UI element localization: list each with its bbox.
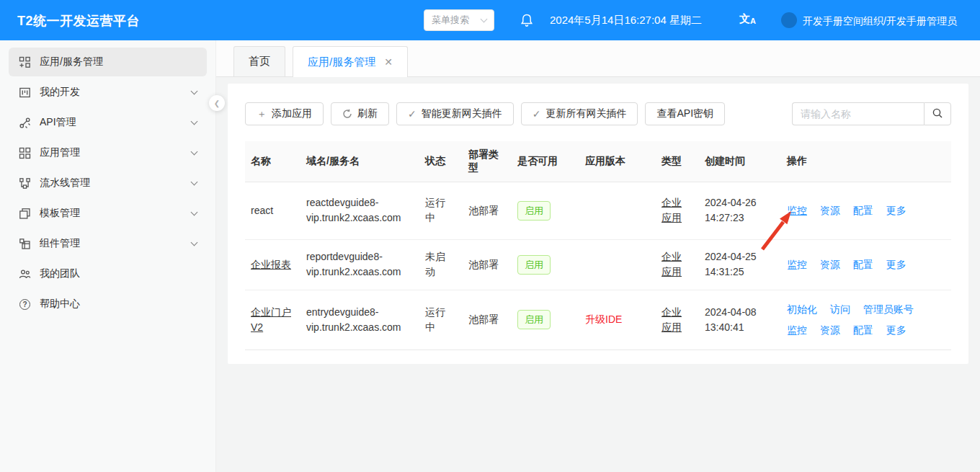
action-admin-account-link[interactable]: 管理员账号 xyxy=(863,302,914,317)
cell-available: 启用 xyxy=(512,290,579,349)
button-label: 刷新 xyxy=(357,107,378,120)
action-resource-link[interactable]: 资源 xyxy=(820,323,840,338)
sidebar-item-label: 我的开发 xyxy=(40,86,80,99)
sidebar: 应用/服务管理 我的开发 API管理 xyxy=(0,40,216,472)
chevron-down-icon xyxy=(191,239,198,246)
appstore-add-icon xyxy=(19,56,31,68)
action-monitor-link[interactable]: 监控 xyxy=(787,323,807,338)
add-app-button[interactable]: ＋ 添加应用 xyxy=(245,102,324,125)
cell-deploy-type: 池部署 xyxy=(463,290,512,349)
translate-icon[interactable]: 文A xyxy=(739,12,756,26)
chevron-down-icon xyxy=(191,88,198,95)
appstore-icon xyxy=(19,147,31,159)
cell-name: react xyxy=(245,182,300,239)
chevron-down-icon xyxy=(191,148,198,156)
search-icon xyxy=(932,107,943,121)
cell-domain: reportdevguide8-vip.trunk2.xcaas.com xyxy=(300,239,419,290)
sidebar-item-label: 帮助中心 xyxy=(40,298,80,311)
user-name[interactable]: 开发手册空间组织/开发手册管理员 xyxy=(803,15,957,28)
update-all-gateway-plugins-button[interactable]: ✓ 更新所有网关插件 xyxy=(521,102,638,125)
sidebar-item-app-service-mgmt[interactable]: 应用/服务管理 xyxy=(9,48,207,76)
action-visit-link[interactable]: 访问 xyxy=(830,302,850,317)
avatar[interactable] xyxy=(781,12,797,28)
action-resource-link[interactable]: 资源 xyxy=(820,203,840,218)
search-button[interactable] xyxy=(924,102,951,125)
template-icon xyxy=(19,208,31,220)
smart-update-gateway-plugin-button[interactable]: ✓ 智能更新网关插件 xyxy=(396,102,514,125)
chevron-down-icon xyxy=(191,118,198,125)
sidebar-item-component-mgmt[interactable]: 组件管理 xyxy=(9,229,207,258)
col-header-actions: 操作 xyxy=(781,141,951,182)
check-icon: ✓ xyxy=(533,109,541,119)
cell-actions: 监控 资源 配置 更多 xyxy=(781,182,951,239)
sidebar-item-my-development[interactable]: 我的开发 xyxy=(9,78,207,107)
sidebar-item-label: API管理 xyxy=(40,116,76,129)
upgrade-ide-text: 升级IDE xyxy=(585,313,622,325)
table-row: react reactdevguide8-vip.trunk2.xcaas.co… xyxy=(245,182,951,239)
button-label: 查看API密钥 xyxy=(656,107,713,120)
cell-deploy-type: 池部署 xyxy=(463,239,512,290)
search-input[interactable] xyxy=(792,102,924,125)
action-initialize-link[interactable]: 初始化 xyxy=(787,302,817,317)
sidebar-item-label: 我的团队 xyxy=(40,267,80,280)
action-config-link[interactable]: 配置 xyxy=(853,257,873,272)
view-api-key-button[interactable]: 查看API密钥 xyxy=(645,102,725,125)
action-monitor-link[interactable]: 监控 xyxy=(787,257,807,272)
refresh-button[interactable]: 刷新 xyxy=(331,102,389,125)
cell-type: 企业应用 xyxy=(656,182,699,239)
col-header-type: 类型 xyxy=(656,141,699,182)
tab-home[interactable]: 首页 xyxy=(233,46,285,77)
cell-actions: 监控 资源 配置 更多 xyxy=(781,239,951,290)
sidebar-collapse-button[interactable]: ❮ xyxy=(209,95,225,111)
action-config-link[interactable]: 配置 xyxy=(853,323,873,338)
table-row: 企业门户V2 entrydevguide8-vip.trunk2.xcaas.c… xyxy=(245,290,951,349)
tab-label: 应用/服务管理 xyxy=(308,55,375,69)
action-monitor-link[interactable]: 监控 xyxy=(787,203,807,218)
topbar: T2统一开发运营平台 菜单搜索 2024年5月14日16:27:04 星期二 文… xyxy=(0,0,980,40)
cell-app-version xyxy=(579,182,656,239)
sidebar-item-api-mgmt[interactable]: API管理 xyxy=(9,108,207,137)
sidebar-item-pipeline-mgmt[interactable]: 流水线管理 xyxy=(9,169,207,197)
sidebar-item-my-team[interactable]: 我的团队 xyxy=(9,259,207,288)
cell-type: 企业应用 xyxy=(656,239,699,290)
cell-domain: entrydevguide8-vip.trunk2.xcaas.com xyxy=(300,290,419,349)
app-service-table: 名称 域名/服务名 状态 部署类型 是否可用 应用版本 类型 创建时间 操作 r… xyxy=(245,141,951,350)
cell-status: 运行中 xyxy=(419,290,463,349)
sidebar-item-template-mgmt[interactable]: 模板管理 xyxy=(9,199,207,228)
action-more-link[interactable]: 更多 xyxy=(886,323,906,338)
team-icon xyxy=(19,268,31,280)
cell-available: 启用 xyxy=(512,182,579,239)
bell-icon[interactable] xyxy=(520,13,533,27)
check-icon: ✓ xyxy=(408,109,416,119)
toolbar: ＋ 添加应用 刷新 ✓ 智能更新网关插件 ✓ xyxy=(245,102,951,125)
project-icon xyxy=(19,86,31,99)
table-row: 企业报表 reportdevguide8-vip.trunk2.xcaas.co… xyxy=(245,239,951,290)
sidebar-item-label: 组件管理 xyxy=(40,237,80,250)
action-resource-link[interactable]: 资源 xyxy=(820,257,840,272)
component-icon xyxy=(19,238,31,250)
cell-available: 启用 xyxy=(512,239,579,290)
button-label: 更新所有网关插件 xyxy=(545,107,626,120)
action-more-link[interactable]: 更多 xyxy=(886,257,906,272)
sidebar-item-help-center[interactable]: ? 帮助中心 xyxy=(9,290,207,319)
main-content: 首页 应用/服务管理 ✕ ＋ 添加应用 xyxy=(216,40,980,472)
chevron-down-icon xyxy=(191,179,198,186)
close-icon[interactable]: ✕ xyxy=(384,56,393,68)
cell-app-version xyxy=(579,239,656,290)
col-header-available: 是否可用 xyxy=(512,141,579,182)
cell-created: 2024-04-08 13:40:41 xyxy=(699,290,781,349)
cell-status: 未启动 xyxy=(419,239,463,290)
tab-app-service-mgmt[interactable]: 应用/服务管理 ✕ xyxy=(293,46,408,77)
plus-icon: ＋ xyxy=(257,109,267,119)
help-icon: ? xyxy=(19,298,31,311)
menu-search-label: 菜单搜索 xyxy=(432,14,469,27)
menu-search-select[interactable]: 菜单搜索 xyxy=(424,9,494,31)
cell-type: 企业应用 xyxy=(656,290,699,349)
sidebar-item-label: 模板管理 xyxy=(40,207,80,220)
action-more-link[interactable]: 更多 xyxy=(886,203,906,218)
content-card: ＋ 添加应用 刷新 ✓ 智能更新网关插件 ✓ xyxy=(228,84,968,364)
cell-status: 运行中 xyxy=(419,182,463,239)
action-config-link[interactable]: 配置 xyxy=(853,203,873,218)
sidebar-item-app-mgmt[interactable]: 应用管理 xyxy=(9,138,207,167)
datetime-text: 2024年5月14日16:27:04 星期二 xyxy=(550,14,702,27)
